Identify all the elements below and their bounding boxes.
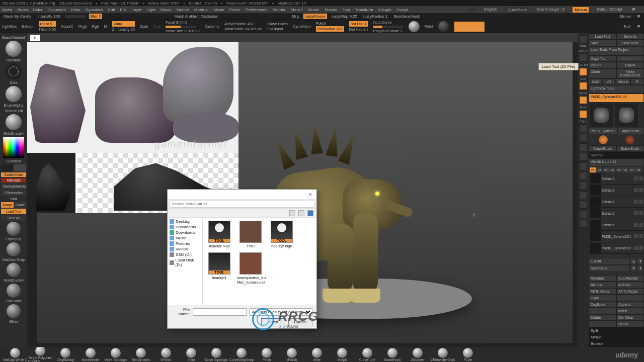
subtool-item[interactable]: Extract2 <box>589 208 644 219</box>
v3-tab[interactable]: V3 <box>603 167 609 172</box>
brush-shelf-item[interactable]: Move Topologic <box>104 348 128 361</box>
brush-shelf-item[interactable]: Pinch <box>255 348 279 361</box>
zintensity-slider[interactable]: Z Intensity 25 <box>112 27 135 32</box>
brush-shelf-item[interactable]: PLine <box>456 348 480 361</box>
material-preview-icon[interactable] <box>6 114 22 130</box>
brush-shelf-item[interactable]: Move Topologic <box>204 348 228 361</box>
v1-tab[interactable]: V1 <box>590 167 596 172</box>
menu-transform[interactable]: Transform <box>355 8 373 12</box>
texture-label[interactable]: Texture Off <box>5 109 23 113</box>
file-item[interactable]: headqtr high <box>206 221 233 248</box>
color-picker-icon[interactable] <box>3 137 24 158</box>
polypaint-button[interactable]: Polypaint Mode 1 <box>373 29 404 33</box>
menu-light[interactable]: Light <box>146 8 155 12</box>
load-from-project-button[interactable]: Load Tools From Project <box>589 46 644 55</box>
dynamesh-button[interactable]: DynaMesh <box>293 24 311 29</box>
brush-shelf-item[interactable]: hPolish <box>154 348 178 361</box>
subtool-item[interactable]: Extract1 <box>589 219 644 231</box>
pfill-icon[interactable] <box>579 153 587 161</box>
stroke-panel-label[interactable]: Stroke <box>618 14 632 19</box>
tool-panel-label[interactable]: Tool <box>623 24 630 29</box>
brush-shelf-item[interactable]: sPolish <box>280 348 304 361</box>
more-icon[interactable] <box>579 210 587 218</box>
closeholes-button[interactable]: Close Holes <box>267 22 287 26</box>
default-zscript-button[interactable]: DefaultZScript <box>597 7 622 13</box>
mrg-button[interactable]: Mrg <box>290 14 300 19</box>
drawsize-slider[interactable]: Draw Size 11.01938 <box>166 29 200 33</box>
brush-shelf-item[interactable]: MoveInfinite <box>78 348 103 361</box>
nav-ssd-c[interactable]: SSD (C:) <box>169 252 201 257</box>
all-home-button[interactable]: All To Home <box>589 288 616 295</box>
brush-shelf-item[interactable]: Morph <box>330 348 354 361</box>
brush-shelf-item[interactable]: CurveTube <box>355 348 379 361</box>
menu-movie[interactable]: Movie <box>213 8 224 12</box>
del-other-button[interactable]: Del Other <box>616 314 644 321</box>
xpose-icon[interactable] <box>579 124 587 132</box>
menu-document[interactable]: Document <box>48 8 66 12</box>
eraserbrush-icon[interactable] <box>625 135 634 144</box>
flatcolor-icon[interactable] <box>7 284 21 298</box>
menu-texture[interactable]: Texture <box>325 8 338 12</box>
quicksave-button[interactable]: QuickSave <box>505 7 529 13</box>
copy-tool-button[interactable]: Copy Tool <box>589 55 616 62</box>
accurc-label[interactable]: AccurC <box>61 24 73 29</box>
resolution-slider[interactable]: Resolution 128 <box>316 26 344 32</box>
file-item[interactable]: .PNG <box>237 221 264 248</box>
rename-button[interactable]: Rename <box>589 275 616 282</box>
adapt-button[interactable]: Adapt <box>1 202 14 208</box>
subtool-item[interactable]: Extract3 <box>589 185 644 196</box>
color-bars[interactable] <box>454 22 485 32</box>
alpha-preview-icon[interactable] <box>6 86 22 102</box>
clone-button[interactable]: Clone <box>589 68 616 78</box>
focalshift-slider[interactable]: Focal Shift 0 <box>166 20 200 25</box>
brush-shelf-item[interactable]: SnakeHook <box>380 348 405 361</box>
brush-shelf-item[interactable]: CurveStrapSnap <box>229 348 254 361</box>
view-list-icon[interactable] <box>298 210 304 216</box>
solo-icon[interactable] <box>579 143 587 151</box>
menu-draw[interactable]: Draw <box>71 8 80 12</box>
half-label[interactable]: Half <box>10 197 17 201</box>
trsp-icon[interactable] <box>579 172 587 180</box>
r-button[interactable]: R <box>630 78 644 85</box>
menu-stroke[interactable]: Stroke <box>307 8 319 12</box>
menu-zscript[interactable]: Zscript <box>396 8 409 12</box>
extract-button[interactable]: Extract <box>22 24 33 29</box>
floor-icon[interactable] <box>579 96 587 104</box>
subtool-item[interactable]: Extract3 <box>589 173 644 185</box>
lazyradius-slider[interactable]: LazyRadius 1 <box>362 14 389 19</box>
v5-tab[interactable]: V5 <box>616 167 622 172</box>
load-tool-button[interactable]: Load Tool <box>589 33 616 40</box>
lsym-icon[interactable] <box>579 110 587 118</box>
dialog-search-input[interactable] <box>170 201 314 208</box>
dialog-close-icon[interactable]: ✕ <box>306 192 314 197</box>
del-all-button[interactable]: Del All <box>616 321 644 327</box>
saveas-button-left[interactable]: Save As <box>1 215 26 221</box>
menu-material[interactable]: Material <box>194 8 208 12</box>
blinn-icon[interactable] <box>7 304 21 318</box>
menu-macro[interactable]: Macro <box>160 8 172 12</box>
help-icon[interactable] <box>307 210 313 216</box>
stroke-dots-icon[interactable] <box>6 63 22 79</box>
dynamic-button[interactable]: Dynamic <box>205 24 219 29</box>
current-tool-label[interactable]: PM3D_Cylinder3D1 48 <box>589 94 644 103</box>
dyn-icon[interactable] <box>579 162 587 170</box>
language-label[interactable]: English <box>484 7 497 13</box>
all-target-button[interactable]: All To Target <box>616 288 644 295</box>
aahalf-icon[interactable] <box>579 54 587 62</box>
visible-button[interactable]: Visible <box>616 78 630 85</box>
mrgb-button[interactable]: Mrgb <box>78 24 87 29</box>
rgb-button[interactable]: Rgb <box>92 24 99 29</box>
same-button[interactable]: Same <box>14 202 27 208</box>
simplebrush-icon[interactable] <box>599 135 608 144</box>
filename-input[interactable] <box>193 308 247 316</box>
reference-thumb-1[interactable] <box>27 153 75 213</box>
backfacemask-button[interactable]: BackfaceMask <box>392 14 422 19</box>
export-button[interactable]: Export <box>616 62 644 68</box>
ghost-icon[interactable] <box>579 182 587 190</box>
menu-zplugin[interactable]: Zplugin <box>378 8 391 12</box>
more2-icon[interactable] <box>579 220 587 228</box>
thick-slider[interactable]: Thick 0.02 <box>39 27 56 32</box>
brush-shelf-item[interactable]: ZRemesherGuid <box>431 348 455 361</box>
lightbox-button[interactable]: LightBox <box>2 24 17 29</box>
save-next-button[interactable]: Save Next <box>616 40 644 46</box>
